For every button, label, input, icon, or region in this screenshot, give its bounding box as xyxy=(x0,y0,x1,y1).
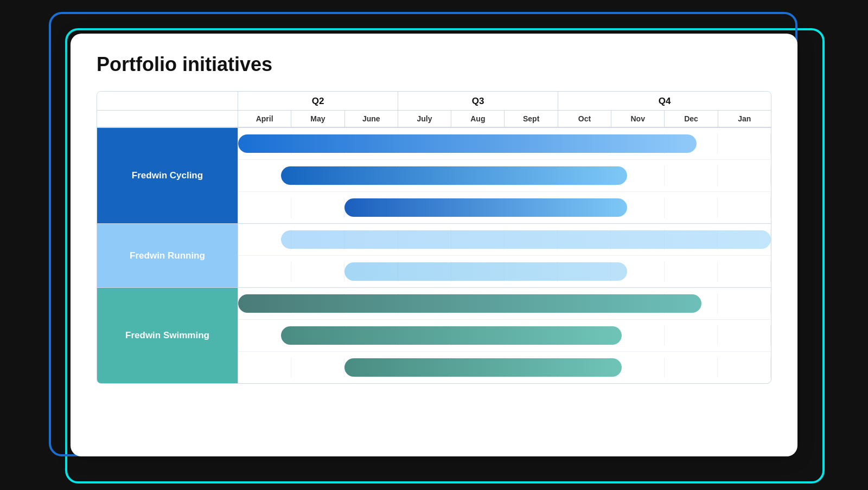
page-title: Portfolio initiatives xyxy=(97,53,771,76)
gantt-bar-2 xyxy=(344,358,622,377)
bar-grid xyxy=(238,197,771,218)
initiative-label-fredwin-running: Fredwin Running xyxy=(97,224,238,287)
month-july: July xyxy=(398,111,451,127)
initiative-fredwin-running: Fredwin Running xyxy=(97,224,771,288)
bar-row-1 xyxy=(238,320,771,352)
bar-grid xyxy=(238,261,771,282)
quarter-Q2: Q2 xyxy=(238,92,398,110)
bar-row-0 xyxy=(238,288,771,320)
gantt-bar-0 xyxy=(281,230,771,249)
bar-row-0 xyxy=(238,224,771,256)
quarter-Q3: Q3 xyxy=(398,92,558,110)
gantt-bar-1 xyxy=(281,326,622,345)
month-dec: Dec xyxy=(665,111,718,127)
initiative-label-fredwin-swimming: Fredwin Swimming xyxy=(97,288,238,383)
bar-grid xyxy=(238,229,771,250)
outer-frame: Portfolio initiatives Q2Q3Q4AprilMayJune… xyxy=(54,17,814,473)
initiative-fredwin-cycling: Fredwin Cycling xyxy=(97,128,771,224)
month-oct: Oct xyxy=(558,111,611,127)
bar-row-1 xyxy=(238,256,771,287)
bar-grid xyxy=(238,293,771,314)
bar-grid xyxy=(238,133,771,154)
bar-row-2 xyxy=(238,352,771,383)
initiative-label-fredwin-cycling: Fredwin Cycling xyxy=(97,128,238,223)
gantt-bar-0 xyxy=(238,294,701,313)
month-april: April xyxy=(238,111,291,127)
bar-grid xyxy=(238,325,771,346)
gantt-bar-0 xyxy=(238,134,697,153)
month-aug: Aug xyxy=(451,111,505,127)
month-header-row: AprilMayJuneJulyAugSeptOctNovDecJan xyxy=(97,111,771,128)
month-jan: Jan xyxy=(718,111,771,127)
bar-grid xyxy=(238,165,771,186)
quarter-header-row: Q2Q3Q4 xyxy=(97,92,771,111)
gantt-bar-1 xyxy=(281,166,627,185)
month-june: June xyxy=(345,111,398,127)
bar-row-2 xyxy=(238,192,771,223)
initiative-fredwin-swimming: Fredwin Swimming xyxy=(97,288,771,383)
quarter-Q4: Q4 xyxy=(558,92,771,110)
bar-grid xyxy=(238,357,771,378)
bar-row-0 xyxy=(238,128,771,160)
main-card: Portfolio initiatives Q2Q3Q4AprilMayJune… xyxy=(71,34,797,456)
month-may: May xyxy=(291,111,344,127)
bar-row-1 xyxy=(238,160,771,192)
gantt-chart: Q2Q3Q4AprilMayJuneJulyAugSeptOctNovDecJa… xyxy=(97,91,771,384)
month-nov: Nov xyxy=(611,111,665,127)
gantt-bar-2 xyxy=(344,198,627,217)
gantt-bar-1 xyxy=(344,262,627,281)
month-sept: Sept xyxy=(505,111,558,127)
